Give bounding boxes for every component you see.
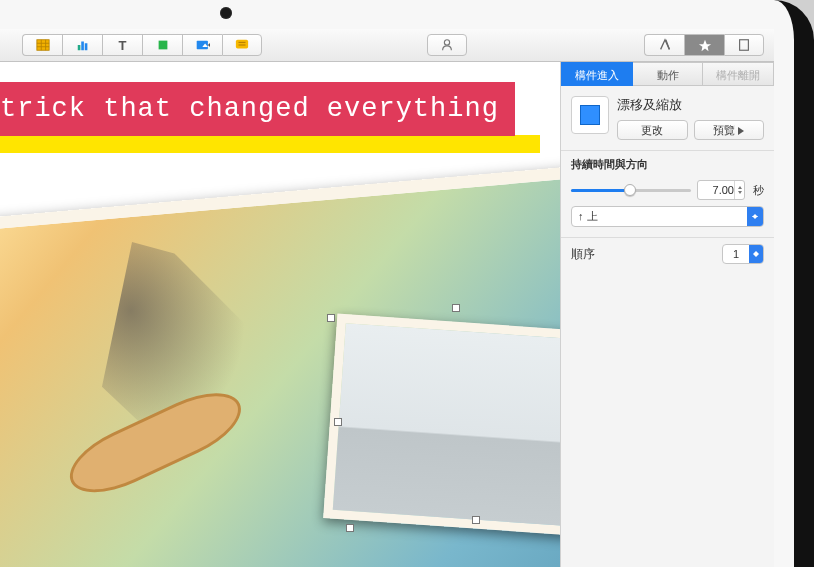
inspector-panel: 構件進入 動作 構件離開 漂移及縮放 更改 預覽 持續時間與方向 7.00 秒	[560, 62, 774, 567]
headline-text[interactable]: trick that changed everything	[0, 82, 515, 136]
selection-handle[interactable]	[334, 418, 342, 426]
effect-name: 漂移及縮放	[617, 96, 764, 114]
shape-icon[interactable]	[142, 34, 182, 56]
tab-build-in[interactable]: 構件進入	[561, 62, 633, 86]
svg-rect-12	[236, 40, 248, 49]
effect-thumbnail	[571, 96, 609, 134]
tab-build-out[interactable]: 構件離開	[703, 62, 774, 86]
preview-button[interactable]: 預覽	[694, 120, 765, 140]
selection-handle[interactable]	[472, 516, 480, 524]
chart-icon[interactable]	[62, 34, 102, 56]
direction-value: ↑ 上	[578, 209, 598, 224]
photo-small-skater[interactable]	[323, 314, 580, 536]
collaborate-icon[interactable]	[427, 34, 467, 56]
play-icon	[738, 127, 744, 135]
format-icon[interactable]	[644, 34, 684, 56]
yellow-stripe	[0, 135, 540, 153]
text-icon[interactable]: T	[102, 34, 142, 56]
svg-marker-11	[207, 43, 209, 47]
svg-rect-5	[77, 45, 80, 50]
svg-marker-16	[698, 40, 710, 51]
direction-select[interactable]: ↑ 上	[571, 206, 764, 227]
change-effect-button[interactable]: 更改	[617, 120, 688, 140]
toolbar: T	[0, 29, 774, 62]
stepper-icon[interactable]	[734, 181, 744, 199]
slide-canvas[interactable]: trick that changed everything	[0, 62, 580, 567]
animate-icon[interactable]	[684, 34, 724, 56]
svg-rect-9	[196, 41, 207, 49]
inspector-tabs: 構件進入 動作 構件離開	[561, 62, 774, 86]
duration-slider[interactable]	[571, 182, 691, 198]
chevron-updown-icon	[749, 245, 763, 263]
chevron-updown-icon	[747, 207, 763, 226]
duration-unit: 秒	[753, 183, 764, 198]
selection-handle[interactable]	[346, 524, 354, 532]
document-icon[interactable]	[724, 34, 764, 56]
svg-rect-8	[158, 41, 167, 50]
svg-rect-17	[740, 40, 749, 51]
duration-field[interactable]: 7.00	[697, 180, 745, 200]
svg-rect-0	[36, 40, 48, 51]
order-select[interactable]: 1	[722, 244, 764, 264]
order-label: 順序	[571, 246, 595, 263]
comment-icon[interactable]	[222, 34, 262, 56]
table-icon[interactable]	[22, 34, 62, 56]
svg-rect-6	[81, 42, 84, 51]
media-icon[interactable]	[182, 34, 222, 56]
camera-dot	[220, 7, 232, 19]
selection-handle[interactable]	[327, 314, 335, 322]
duration-value: 7.00	[713, 184, 734, 196]
tab-action[interactable]: 動作	[633, 62, 704, 86]
duration-section-title: 持續時間與方向	[571, 157, 764, 172]
selection-handle[interactable]	[452, 304, 460, 312]
svg-rect-7	[84, 43, 87, 50]
svg-point-15	[444, 40, 449, 45]
order-value: 1	[733, 248, 739, 260]
preview-label: 預覽	[713, 124, 735, 136]
